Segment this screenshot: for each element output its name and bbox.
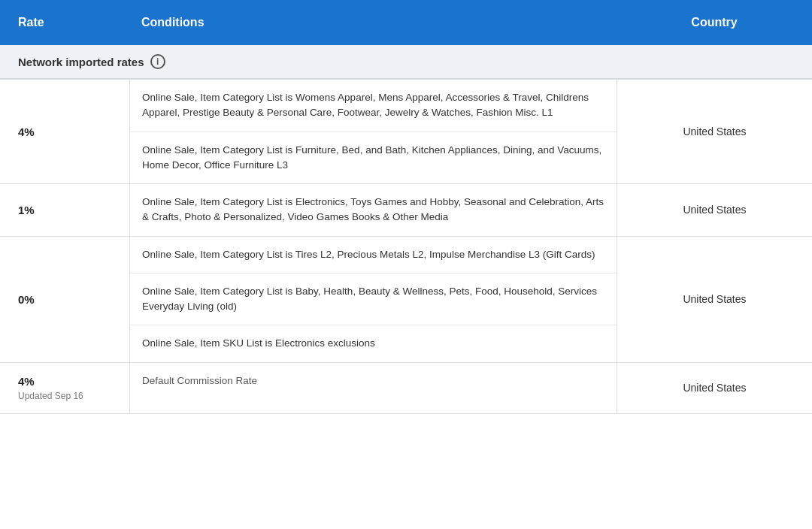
country-cell: United States [617, 80, 812, 183]
conditions-cell: Online Sale, Item Category List is Elect… [129, 184, 617, 236]
conditions-cell: Online Sale, Item Category List is Tires… [129, 237, 617, 362]
rate-cell: 0% [0, 237, 129, 362]
info-icon[interactable]: i [150, 54, 165, 69]
condition-item: Online Sale, Item SKU List is Electronic… [130, 325, 617, 361]
condition-item: Online Sale, Item Category List is Elect… [130, 184, 617, 236]
rate-value: 4% [18, 125, 111, 138]
rate-value: 1% [18, 204, 111, 216]
conditions-cell: Online Sale, Item Category List is Women… [129, 80, 617, 183]
rate-cell: 4% Updated Sep 16 [0, 363, 129, 413]
conditions-scroll: Default Commission Rate [130, 363, 617, 399]
condition-item: Online Sale, Item Category List is Tires… [130, 237, 617, 274]
rate-cell: 1% [0, 184, 129, 236]
country-cell: United States [617, 363, 812, 413]
condition-item: Online Sale, Item Category List is Women… [130, 80, 617, 132]
country-cell: United States [617, 237, 812, 362]
rate-updated: Updated Sep 16 [18, 391, 111, 401]
rate-column-header: Rate [0, 16, 129, 29]
condition-item: Default Commission Rate [130, 363, 617, 399]
section-title: Network imported rates [18, 56, 144, 68]
country-cell: United States [617, 184, 812, 236]
table-row: 4% Online Sale, Item Category List is Wo… [0, 80, 812, 184]
table-body: 4% Online Sale, Item Category List is Wo… [0, 79, 812, 414]
section-header: Network imported rates i [0, 45, 812, 79]
conditions-column-header: Conditions [129, 16, 617, 29]
conditions-cell: Default Commission Rate [129, 363, 617, 413]
table-row: 4% Updated Sep 16 Default Commission Rat… [0, 363, 812, 414]
country-column-header: Country [617, 16, 812, 29]
table-header: Rate Conditions Country [0, 0, 812, 45]
conditions-scroll[interactable]: Online Sale, Item Category List is Women… [130, 80, 617, 183]
rate-value: 0% [18, 293, 111, 306]
rate-value: 4% [18, 375, 111, 388]
rate-cell: 4% [0, 80, 129, 183]
condition-item: Online Sale, Item Category List is Baby,… [130, 274, 617, 326]
conditions-scroll: Online Sale, Item Category List is Elect… [130, 184, 617, 236]
table-row: 0% Online Sale, Item Category List is Ti… [0, 237, 812, 363]
condition-item: Online Sale, Item Category List is Furni… [130, 132, 617, 184]
conditions-scroll[interactable]: Online Sale, Item Category List is Tires… [130, 237, 617, 362]
table-row: 1% Online Sale, Item Category List is El… [0, 184, 812, 237]
